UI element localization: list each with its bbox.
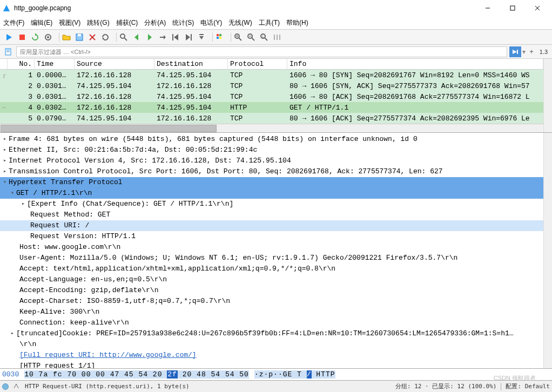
- capture-options-icon[interactable]: [42, 31, 54, 43]
- tree-request-version[interactable]: Request Version: HTTP/1.1: [0, 231, 543, 242]
- packet-list-header[interactable]: No. Time Source Destination Protocol Inf…: [0, 59, 543, 70]
- hex-pane[interactable]: 0030 10 7a fc 70 00 00 47 45 54 20 2f 20…: [0, 368, 552, 380]
- zoom-reset-icon[interactable]: 1: [258, 31, 270, 43]
- tree-accept-language[interactable]: Accept-Language: en-us,en;q=0.5\r\n: [0, 274, 543, 285]
- svg-point-15: [120, 34, 125, 38]
- tree-get-line[interactable]: ▾GET / HTTP/1.1\r\n: [0, 188, 543, 199]
- tree-accept-encoding[interactable]: Accept-Encoding: gzip,deflate\r\n: [0, 285, 543, 296]
- packet-row[interactable]: →40.0302…172.16.16.12874.125.95.104HTTPG…: [0, 102, 543, 113]
- tree-crlf[interactable]: \r\n: [0, 339, 543, 350]
- go-back-icon[interactable]: [131, 31, 143, 43]
- status-field-info: HTTP Request-URI (http.request.uri), 1 b…: [25, 383, 391, 390]
- maximize-button[interactable]: [500, 0, 525, 16]
- menu-analyze[interactable]: 分析(A): [144, 18, 166, 28]
- svg-line-37: [252, 38, 254, 40]
- tree-host[interactable]: Host: www.google.com\r\n: [0, 242, 543, 253]
- svg-rect-30: [219, 37, 221, 39]
- find-icon[interactable]: [118, 31, 130, 43]
- packet-row[interactable]: 30.0301…172.16.16.12874.125.95.104TCP160…: [0, 91, 543, 102]
- capture-icon[interactable]: [13, 382, 21, 391]
- menu-tools[interactable]: 工具(T): [259, 18, 280, 28]
- packet-list-body[interactable]: ┌10.0000…172.16.16.12874.125.95.104TCP16…: [0, 70, 543, 124]
- tree-user-agent[interactable]: User-Agent: Mozilla/5.0 (Windows; U; Win…: [0, 253, 543, 263]
- zoom-out-icon[interactable]: [245, 31, 257, 43]
- reload-icon[interactable]: [99, 31, 111, 43]
- tree-keep-alive[interactable]: Keep-Alive: 300\r\n: [0, 307, 543, 317]
- vertical-scrollbar[interactable]: [543, 59, 552, 132]
- packet-details-pane: ▸Frame 4: 681 bytes on wire (5448 bits),…: [0, 133, 552, 368]
- tree-scrollbar[interactable]: [543, 133, 552, 368]
- packet-row[interactable]: 20.0301…74.125.95.104172.16.16.128TCP80 …: [0, 80, 543, 91]
- tree-accept-charset[interactable]: Accept-Charset: ISO-8859-1,utf-8;q=0.7,*…: [0, 296, 543, 307]
- menu-stats[interactable]: 统计(S): [172, 18, 194, 28]
- close-file-icon[interactable]: [86, 31, 98, 43]
- col-header-source[interactable]: Source: [75, 59, 154, 69]
- tree-ethernet[interactable]: ▸Ethernet II, Src: 00:21:6a:5b:7d:4a, Ds…: [0, 145, 543, 156]
- version-label: 1.3: [537, 49, 550, 55]
- zoom-in-icon[interactable]: [232, 31, 244, 43]
- tree-ip[interactable]: ▸Internet Protocol Version 4, Src: 172.1…: [0, 156, 543, 166]
- svg-marker-0: [3, 5, 10, 11]
- menu-wireless[interactable]: 无线(W): [228, 18, 252, 28]
- packet-row[interactable]: 50.0790…74.125.95.104172.16.16.128TCP80 …: [0, 113, 543, 124]
- menu-file[interactable]: 文件(F): [3, 18, 24, 28]
- menu-view[interactable]: 视图(V): [59, 18, 80, 28]
- svg-line-40: [265, 38, 267, 40]
- tree-full-uri[interactable]: [Full request URI: http://www.google.com…: [0, 350, 543, 361]
- go-forward-icon[interactable]: [144, 31, 156, 43]
- tree-request-1-1[interactable]: [HTTP request 1/1]: [0, 361, 543, 368]
- menu-help[interactable]: 帮助(H): [286, 18, 308, 28]
- svg-rect-27: [217, 34, 219, 36]
- tree-expert-info[interactable]: ▸[Expert Info (Chat/Sequence): GET / HTT…: [0, 199, 543, 209]
- tree-tcp[interactable]: ▸Transmission Control Protocol, Src Port…: [0, 166, 543, 177]
- open-file-icon[interactable]: [60, 31, 72, 43]
- minimize-button[interactable]: [475, 0, 500, 16]
- col-header-proto[interactable]: Protocol: [228, 59, 287, 69]
- svg-rect-6: [19, 35, 25, 40]
- svg-rect-28: [219, 34, 221, 36]
- packet-row[interactable]: ┌10.0000…172.16.16.12874.125.95.104TCP16…: [0, 70, 543, 80]
- menu-telephony[interactable]: 电话(Y): [200, 18, 222, 28]
- stop-capture-icon[interactable]: [16, 31, 28, 43]
- go-first-icon[interactable]: [170, 31, 181, 43]
- jump-icon[interactable]: [157, 31, 169, 43]
- col-header-info[interactable]: Info: [287, 59, 543, 69]
- tree-frame[interactable]: ▸Frame 4: 681 bytes on wire (5448 bits),…: [0, 134, 543, 145]
- col-header-dest[interactable]: Destination: [154, 59, 228, 69]
- hex-offset: 0030: [2, 370, 19, 379]
- resize-columns-icon[interactable]: [271, 31, 283, 43]
- tree-accept[interactable]: Accept: text/html,application/xhtml+xml,…: [0, 263, 543, 274]
- svg-marker-20: [164, 35, 166, 39]
- display-filter-input[interactable]: [16, 46, 507, 57]
- toolbar: 1: [0, 30, 552, 45]
- tree-request-method[interactable]: Request Method: GET: [0, 209, 543, 220]
- tree-request-uri[interactable]: Request URI: /: [0, 220, 543, 231]
- status-profile[interactable]: 配置: Default: [506, 382, 550, 390]
- bookmark-filter-icon[interactable]: [2, 46, 14, 58]
- col-header-no[interactable]: No.: [8, 59, 35, 69]
- menu-go[interactable]: 跳转(G): [87, 18, 109, 28]
- svg-line-34: [239, 38, 241, 40]
- apply-filter-button[interactable]: [509, 46, 521, 57]
- app-icon: [2, 4, 11, 12]
- horizontal-scrollbar[interactable]: [0, 124, 543, 132]
- restart-capture-icon[interactable]: [29, 31, 41, 43]
- tree-connection[interactable]: Connection: keep-alive\r\n: [0, 317, 543, 328]
- colorize-icon[interactable]: [214, 31, 226, 43]
- svg-marker-17: [134, 34, 138, 40]
- tree-cookie[interactable]: ▸[truncated]Cookie: PREF=ID=257913a938e6…: [0, 328, 543, 339]
- start-capture-icon[interactable]: [3, 31, 15, 43]
- menu-capture[interactable]: 捕获(C): [116, 18, 138, 28]
- save-file-icon[interactable]: [73, 31, 85, 43]
- col-header-time[interactable]: Time: [35, 59, 75, 69]
- svg-marker-22: [174, 34, 178, 40]
- go-last-icon[interactable]: [183, 31, 194, 43]
- protocol-tree[interactable]: ▸Frame 4: 681 bytes on wire (5448 bits),…: [0, 133, 543, 368]
- expert-led-icon[interactable]: [2, 383, 9, 390]
- auto-scroll-icon[interactable]: [196, 31, 207, 43]
- close-button[interactable]: [525, 0, 550, 16]
- window-title: http_google.pcapng: [14, 4, 475, 12]
- tree-http[interactable]: ▾Hypertext Transfer Protocol: [0, 177, 543, 188]
- menu-edit[interactable]: 编辑(E): [31, 18, 52, 28]
- add-filter-button[interactable]: ＋: [527, 47, 536, 56]
